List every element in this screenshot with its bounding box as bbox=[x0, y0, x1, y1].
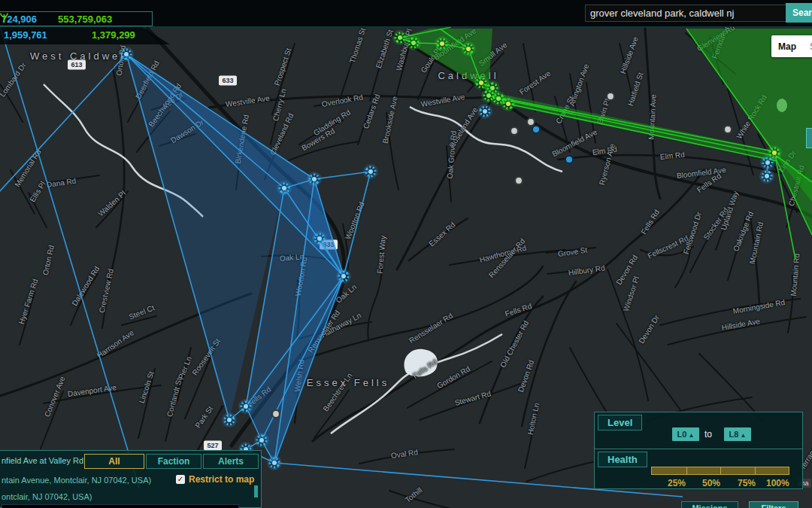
level-to-dropdown[interactable]: L8 ▲ bbox=[724, 427, 751, 441]
portal[interactable] bbox=[511, 127, 518, 135]
comm-scrollbar[interactable] bbox=[254, 485, 258, 497]
portal[interactable] bbox=[759, 169, 774, 184]
portal[interactable] bbox=[481, 88, 496, 103]
portal[interactable] bbox=[461, 41, 476, 56]
street-label: Gladding Rd bbox=[312, 108, 352, 137]
portal[interactable] bbox=[607, 93, 614, 100]
portal[interactable] bbox=[238, 399, 253, 414]
portal-link bbox=[274, 276, 344, 463]
portal[interactable] bbox=[435, 36, 450, 51]
street-label: White Rock Rd bbox=[735, 93, 768, 140]
portal[interactable] bbox=[222, 412, 237, 427]
street-label: Morningside Rd bbox=[732, 298, 786, 315]
portal[interactable] bbox=[392, 30, 408, 45]
street-label: Park St bbox=[193, 404, 214, 429]
portal[interactable] bbox=[515, 177, 523, 184]
search-input[interactable] bbox=[585, 5, 789, 22]
global-score-box: 724,906 553,759,063 bbox=[0, 11, 153, 26]
route-shield: 633 bbox=[320, 240, 338, 250]
street-label: Forest Ave bbox=[518, 69, 552, 96]
portal[interactable] bbox=[491, 91, 506, 106]
street-label: Fellscrest Rd bbox=[647, 234, 690, 260]
map-type-map-button[interactable]: Map bbox=[771, 41, 803, 52]
portal-link bbox=[498, 99, 508, 104]
comm-message[interactable]: ntain Avenue, Montclair, NJ 07042, USA) bbox=[2, 476, 151, 485]
portal[interactable] bbox=[119, 47, 134, 62]
health-tick-50: 50% bbox=[702, 478, 720, 488]
portal-link bbox=[274, 179, 314, 463]
missions-button[interactable]: Missions bbox=[681, 501, 738, 508]
portal[interactable] bbox=[767, 145, 782, 160]
street-label: Old Chester Rd bbox=[498, 319, 530, 369]
level-from-dropdown[interactable]: L0 ▲ bbox=[672, 427, 699, 441]
street-label: Devon Dr bbox=[637, 314, 661, 345]
portal-link bbox=[508, 104, 777, 161]
portal[interactable] bbox=[267, 455, 282, 470]
resistance-cycle-score: 1,959,761 bbox=[4, 29, 47, 41]
portal[interactable] bbox=[527, 118, 535, 126]
portal-link bbox=[314, 179, 344, 276]
portal[interactable] bbox=[565, 156, 573, 163]
street-label: Hillside Ave bbox=[721, 317, 761, 332]
search-button[interactable]: Search bbox=[786, 3, 812, 23]
portal-link bbox=[489, 96, 773, 151]
comm-message[interactable]: ontclair, NJ 07042, USA) bbox=[2, 492, 92, 501]
portal-link bbox=[229, 406, 246, 420]
portal[interactable] bbox=[272, 410, 280, 418]
street-label: Fellswood Dr bbox=[682, 211, 703, 255]
chevron-up-icon: ▲ bbox=[738, 432, 746, 439]
portal[interactable] bbox=[363, 164, 378, 179]
portal[interactable] bbox=[532, 126, 540, 133]
comm-panel: nfield Ave at Valley Rd All Faction Aler… bbox=[0, 450, 262, 508]
comm-tab-faction[interactable]: Faction bbox=[146, 454, 201, 469]
portal-link bbox=[442, 44, 468, 49]
street-label: Walden Pl bbox=[96, 189, 127, 217]
portal[interactable] bbox=[501, 96, 516, 111]
comm-message[interactable]: nfield Ave at Valley Rd bbox=[2, 456, 83, 465]
portal[interactable] bbox=[406, 35, 421, 50]
map-type-satellite-button[interactable]: Satellite bbox=[803, 41, 812, 52]
street-label: Oakridge Rd bbox=[732, 210, 755, 252]
comm-tab-all[interactable]: All bbox=[84, 454, 144, 469]
comm-chat-input[interactable] bbox=[2, 504, 239, 508]
portal-link bbox=[284, 179, 314, 188]
portal-link bbox=[776, 160, 795, 260]
filters-button[interactable]: Filters bbox=[749, 501, 798, 508]
ingress-intel-map: Orton RdDeerfield RdLee DrBeechwood RdDa… bbox=[0, 0, 812, 508]
street-label: Lee Dr bbox=[162, 90, 185, 110]
street-label: Overlook Rd bbox=[321, 93, 364, 108]
portal[interactable] bbox=[760, 155, 775, 170]
street-label: Fells Rd bbox=[639, 208, 661, 236]
street-label: Roseland Ave bbox=[447, 105, 479, 149]
portal-link bbox=[468, 49, 481, 83]
portal[interactable] bbox=[485, 81, 500, 96]
street-label: Ellis Pl bbox=[28, 180, 47, 203]
portal[interactable] bbox=[307, 172, 322, 187]
portal[interactable] bbox=[474, 75, 489, 90]
health-slider[interactable] bbox=[651, 467, 789, 475]
street-label: Gould Pl bbox=[419, 46, 442, 75]
portal[interactable] bbox=[277, 181, 292, 196]
street-label: Elm Rd bbox=[659, 151, 685, 161]
edge-panel-button[interactable] bbox=[806, 128, 812, 148]
comm-tab-alerts[interactable]: Alerts bbox=[203, 454, 259, 469]
resistance-total-score: 724,906 bbox=[2, 14, 37, 25]
street-label: Devon Rd bbox=[614, 254, 639, 287]
portal-link bbox=[246, 276, 344, 406]
portal[interactable] bbox=[336, 269, 351, 284]
portal[interactable] bbox=[254, 433, 269, 448]
portal[interactable] bbox=[312, 231, 327, 246]
street-label: Fells Rd bbox=[411, 357, 438, 380]
restrict-label: Restrict to map bbox=[189, 474, 254, 485]
control-field bbox=[126, 54, 344, 276]
portal-link bbox=[314, 172, 371, 179]
street-label: Davenport Ave bbox=[67, 383, 117, 398]
portal-link bbox=[284, 188, 344, 276]
control-field bbox=[246, 276, 344, 463]
portal-link bbox=[481, 83, 492, 88]
portal[interactable] bbox=[477, 104, 492, 119]
street-label: Conover Ave bbox=[43, 376, 67, 418]
restrict-checkbox[interactable]: ✓ bbox=[176, 475, 185, 484]
portal[interactable] bbox=[724, 126, 732, 133]
portal-link bbox=[774, 154, 812, 182]
